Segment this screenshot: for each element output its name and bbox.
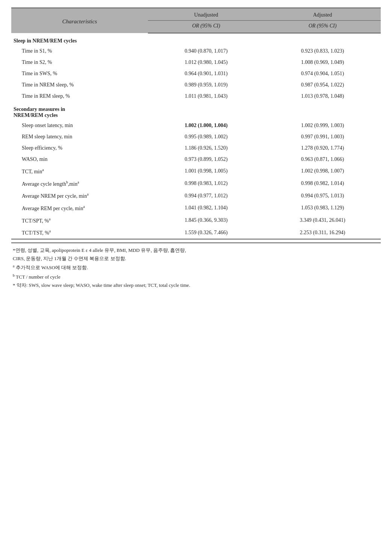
table-row: Time in S1, %0.940 (0.870, 1.017)0.923 (… [11,45,381,57]
table-row: TCT/TST, %a1.559 (0.326, 7.466)2.253 (0.… [11,226,381,239]
char-cell: Average REM per cycle, mina [11,202,148,214]
table-row: WASO, min0.973 (0.899, 1.052)0.963 (0.87… [11,154,381,165]
unadj-value: 1.012 (0.980, 1.045) [148,57,264,68]
adj-value: 3.349 (0.431, 26.041) [264,214,381,227]
char-cell: Time in SWS, % [11,68,148,79]
table-row: TCT, mina1.001 (0.998, 1.005)1.002 (0.99… [11,165,381,177]
char-cell: TCT/SPT, %a [11,214,148,227]
char-cell: WASO, min [11,154,148,165]
table-row: Time in S2, %1.012 (0.980, 1.045)1.008 (… [11,57,381,68]
unadj-value: 0.995 (0.989, 1.002) [148,131,264,142]
char-header: Characteristics [11,8,148,33]
char-cell: Sleep efficiency, % [11,142,148,154]
section-label-row: Sleep in NREM/REM cycles [11,33,381,45]
unadj-value: 1.001 (0.998, 1.005) [148,165,264,177]
adj-value: 0.997 (0.991, 1.003) [264,131,381,142]
unadj-value: 0.994 (0.977, 1.012) [148,189,264,202]
unadj-value: 0.940 (0.870, 1.017) [148,45,264,57]
header-row-top: Characteristics Unadjusted Adjusted [11,8,381,21]
main-table: Characteristics Unadjusted Adjusted OR (… [11,8,381,239]
section-label: Sleep in NREM/REM cycles [11,33,381,45]
char-cell: TCT/TST, %a [11,226,148,239]
adj-value: 1.278 (0.920, 1.774) [264,142,381,154]
table-row: Time in SWS, %0.964 (0.901, 1.031)0.974 … [11,68,381,79]
table-body: Sleep in NREM/REM cyclesTime in S1, %0.9… [11,33,381,239]
table-row: Time in NREM sleep, %0.989 (0.959, 1.019… [11,79,381,91]
char-cell: REM sleep latency, min [11,131,148,142]
unadj-value: 1.186 (0.926, 1.520) [148,142,264,154]
adjusted-header: Adjusted [264,8,381,21]
unadj-value: 1.041 (0.982, 1.104) [148,202,264,214]
unadj-value: 1.845 (0.366, 9.303) [148,214,264,227]
adj-value: 1.013 (0.978, 1.048) [264,91,381,102]
table-row: Average REM per cycle, mina1.041 (0.982,… [11,202,381,214]
footnote-section: *연령, 성별, 교육, apolipoprotein E ε 4 allele… [11,242,381,289]
adj-value: 0.963 (0.871, 1.066) [264,154,381,165]
unadj-value: 0.964 (0.901, 1.031) [148,68,264,79]
char-cell: Time in S2, % [11,57,148,68]
table-row: TCT/SPT, %a1.845 (0.366, 9.303)3.349 (0.… [11,214,381,227]
char-cell: Time in REM sleep, % [11,91,148,102]
adj-value: 0.923 (0.833, 1.023) [264,45,381,57]
adj-or-ci-header: OR (95% CI) [264,21,381,33]
unadj-value: 0.998 (0.983, 1.012) [148,177,264,190]
adj-value: 1.053 (0.983, 1.129) [264,202,381,214]
section-label-row: Secondary measures inNREM/REM cycles [11,102,381,120]
table-row: Average cycle lengthb,mina0.998 (0.983, … [11,177,381,190]
adj-value: 0.987 (0.954, 1.022) [264,79,381,91]
char-cell: Time in S1, % [11,45,148,57]
section-label: Secondary measures inNREM/REM cycles [11,102,381,120]
char-cell: Average NREM per cycle, mina [11,189,148,202]
char-cell: Time in NREM sleep, % [11,79,148,91]
char-cell: Sleep onset latency, min [11,120,148,131]
adj-value: 0.994 (0.975, 1.013) [264,189,381,202]
unadj-value: 1.559 (0.326, 7.466) [148,226,264,239]
char-cell: Average cycle lengthb,mina [11,177,148,190]
table-row: Time in REM sleep, %1.011 (0.981, 1.043)… [11,91,381,102]
adj-value: 1.002 (0.998, 1.007) [264,165,381,177]
adj-value: 1.002 (0.999, 1.003) [264,120,381,131]
table-row: Sleep efficiency, %1.186 (0.926, 1.520)1… [11,142,381,154]
unadjusted-header: Unadjusted [148,8,264,21]
table-row: REM sleep latency, min0.995 (0.989, 1.00… [11,131,381,142]
char-cell: TCT, mina [11,165,148,177]
unadj-or-ci-header: OR (95% CI) [148,21,264,33]
adj-value: 1.008 (0.969, 1.049) [264,57,381,68]
table-wrapper: Characteristics Unadjusted Adjusted OR (… [0,0,392,301]
unadj-value: 0.973 (0.899, 1.052) [148,154,264,165]
adj-value: 0.998 (0.982, 1.014) [264,177,381,190]
adj-value: 2.253 (0.311, 16.294) [264,226,381,239]
unadj-value: 1.011 (0.981, 1.043) [148,91,264,102]
unadj-value: 0.989 (0.959, 1.019) [148,79,264,91]
unadj-value: 1.002 (1.000, 1.004) [148,120,264,131]
table-row: Sleep onset latency, min1.002 (1.000, 1.… [11,120,381,131]
table-row: Average NREM per cycle, mina0.994 (0.977… [11,189,381,202]
adj-value: 0.974 (0.904, 1.051) [264,68,381,79]
